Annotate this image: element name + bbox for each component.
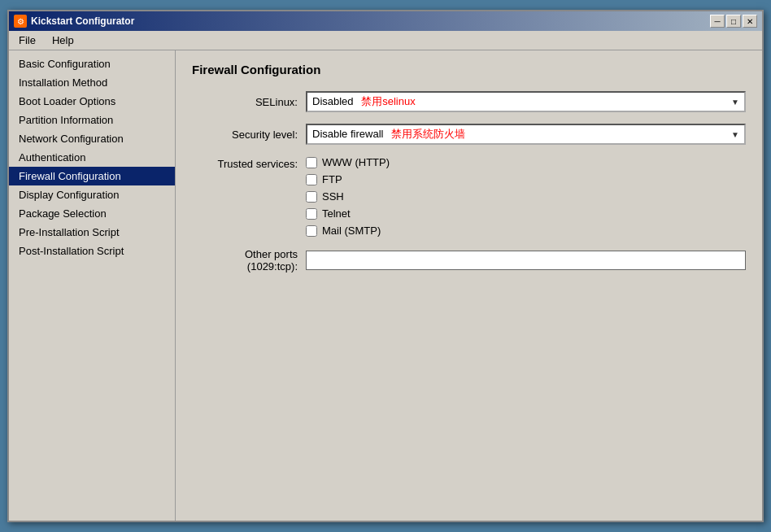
security-level-value: Disable firewall 禁用系统防火墙 [312, 127, 465, 142]
sidebar-item-pre-installation-script[interactable]: Pre-Installation Script [9, 223, 175, 242]
title-bar-left: ⚙ Kickstart Configurator [14, 15, 134, 28]
sidebar-item-partition-information[interactable]: Partition Information [9, 111, 175, 129]
other-ports-input[interactable] [306, 251, 746, 270]
sidebar-item-package-selection[interactable]: Package Selection [9, 204, 175, 223]
checkbox-mail-smtp-label[interactable]: Mail (SMTP) [322, 225, 381, 237]
app-icon: ⚙ [14, 15, 27, 28]
section-title: Firewall Configuration [192, 63, 746, 76]
checkbox-www-http-label[interactable]: WWW (HTTP) [322, 156, 390, 168]
checkbox-mail-smtp: Mail (SMTP) [306, 225, 390, 237]
other-ports-label: Other ports (1029:tcp): [192, 248, 298, 273]
checkbox-www-http: WWW (HTTP) [306, 156, 390, 168]
checkbox-telnet: Telnet [306, 207, 390, 220]
sidebar-item-firewall-configuration[interactable]: Firewall Configuration [9, 167, 175, 185]
trusted-services-label: Trusted services: [192, 156, 298, 237]
security-level-select[interactable]: Disable firewall 禁用系统防火墙 ▼ [306, 124, 746, 145]
checkbox-ssh-label[interactable]: SSH [322, 190, 344, 203]
sidebar-item-network-configuration[interactable]: Network Configuration [9, 129, 175, 148]
checkbox-ftp: FTP [306, 173, 390, 185]
close-button[interactable]: ✕ [743, 15, 757, 28]
checkbox-mail-smtp-input[interactable] [306, 225, 317, 237]
title-bar: ⚙ Kickstart Configurator ─ □ ✕ [9, 11, 762, 31]
selinux-arrow-icon: ▼ [731, 98, 739, 107]
security-level-row: Security level: Disable firewall 禁用系统防火墙… [192, 124, 746, 145]
menu-bar: File Help [9, 31, 762, 50]
selinux-select[interactable]: Disabled 禁用selinux ▼ [306, 91, 746, 112]
checkboxes-area: WWW (HTTP) FTP SSH Telnet [306, 156, 390, 237]
checkbox-ssh-input[interactable] [306, 191, 317, 203]
checkbox-telnet-input[interactable] [306, 208, 317, 220]
firewall-note: 禁用系统防火墙 [391, 128, 465, 140]
selinux-row: SELinux: Disabled 禁用selinux ▼ [192, 91, 746, 112]
other-ports-row: Other ports (1029:tcp): [192, 248, 746, 273]
sidebar-item-installation-method[interactable]: Installation Method [9, 73, 175, 92]
checkbox-ftp-label[interactable]: FTP [322, 173, 342, 185]
sidebar-item-post-installation-script[interactable]: Post-Installation Script [9, 242, 175, 260]
checkbox-ftp-input[interactable] [306, 174, 317, 185]
selinux-value: Disabled 禁用selinux [312, 94, 416, 109]
security-level-select-wrapper: Disable firewall 禁用系统防火墙 ▼ [306, 124, 746, 145]
window-title: Kickstart Configurator [31, 15, 134, 27]
selinux-note: 禁用selinux [361, 95, 415, 107]
security-level-arrow-icon: ▼ [731, 130, 739, 139]
main-content: Basic Configuration Installation Method … [9, 50, 762, 521]
sidebar-item-boot-loader-options[interactable]: Boot Loader Options [9, 92, 175, 111]
sidebar-item-basic-configuration[interactable]: Basic Configuration [9, 55, 175, 73]
sidebar-item-display-configuration[interactable]: Display Configuration [9, 185, 175, 204]
selinux-label: SELinux: [192, 96, 298, 108]
menu-file[interactable]: File [12, 33, 42, 48]
sidebar: Basic Configuration Installation Method … [9, 50, 176, 521]
checkbox-www-http-input[interactable] [306, 157, 317, 168]
trusted-services-section: Trusted services: WWW (HTTP) FTP SSH [192, 156, 746, 237]
sidebar-item-authentication[interactable]: Authentication [9, 148, 175, 167]
menu-help[interactable]: Help [46, 33, 81, 48]
checkbox-ssh: SSH [306, 190, 390, 203]
minimize-button[interactable]: ─ [710, 15, 725, 28]
main-window: ⚙ Kickstart Configurator ─ □ ✕ File Help… [7, 10, 764, 522]
maximize-button[interactable]: □ [726, 15, 741, 28]
checkbox-telnet-label[interactable]: Telnet [322, 207, 351, 220]
security-level-label: Security level: [192, 129, 298, 141]
content-area: Firewall Configuration SELinux: Disabled… [176, 50, 762, 521]
title-buttons: ─ □ ✕ [710, 15, 757, 28]
selinux-select-wrapper: Disabled 禁用selinux ▼ [306, 91, 746, 112]
